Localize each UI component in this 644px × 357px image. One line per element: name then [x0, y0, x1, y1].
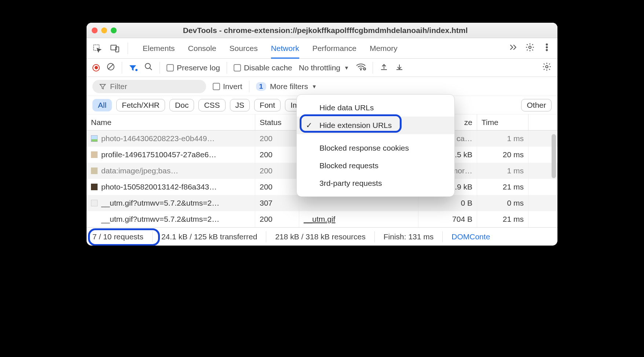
menu-3rd-party-requests[interactable]: 3rd-party requests — [297, 174, 454, 192]
cell-time: 20 ms — [477, 147, 528, 163]
status-finish: Finish: 131 ms — [384, 232, 434, 241]
cell-time: 0 ms — [477, 195, 528, 211]
upload-har-icon[interactable] — [380, 62, 388, 73]
window-title: DevTools - chrome-extension://pejkokffka… — [120, 26, 552, 35]
tab-performance[interactable]: Performance — [312, 38, 356, 58]
tab-sources[interactable]: Sources — [230, 38, 258, 58]
inspect-element-icon[interactable] — [92, 44, 102, 53]
pill-doc[interactable]: Doc — [169, 99, 194, 111]
file-icon — [91, 216, 98, 222]
separator — [128, 43, 128, 54]
preserve-log-label: Preserve log — [177, 63, 220, 72]
check-icon: ✓ — [305, 121, 314, 130]
tab-elements[interactable]: Elements — [143, 38, 175, 58]
pill-font[interactable]: Font — [254, 99, 281, 111]
status-bar: 7 / 10 requests 24.1 kB / 125 kB transfe… — [87, 227, 557, 246]
more-filters-badge: 1 — [256, 82, 267, 91]
menu-blocked-response-cookies[interactable]: Blocked response cookies — [297, 139, 454, 157]
download-har-icon[interactable] — [395, 62, 404, 73]
svg-point-4 — [546, 44, 547, 45]
record-button[interactable] — [92, 64, 100, 71]
cell-name: photo-1505820013142-f86a343… — [87, 179, 255, 195]
preserve-log-checkbox[interactable]: Preserve log — [167, 63, 220, 72]
table-row[interactable]: __utm.gif?utmwv=5.7.2&utms=2… 200 __utm.… — [87, 211, 557, 227]
window-maximize-button[interactable] — [111, 27, 117, 33]
network-settings-icon[interactable] — [542, 62, 552, 73]
pill-all[interactable]: All — [92, 99, 112, 111]
status-domcontent: DOMConte — [451, 232, 490, 241]
devtools-window: DevTools - chrome-extension://pejkokffka… — [87, 23, 557, 246]
cell-time: 21 ms — [477, 211, 528, 227]
cell-type: __utm.gif — [299, 211, 418, 227]
throttling-value: No throttling — [299, 63, 340, 72]
status-resources: 218 kB / 318 kB resources — [275, 232, 365, 241]
cell-name: __utm.gif?utmwv=5.7.2&utms=2… — [87, 195, 255, 211]
filter-active-dot-icon — [135, 69, 138, 71]
invert-checkbox[interactable]: Invert — [213, 82, 242, 91]
request-name: __utm.gif?utmwv=5.7.2&utms=2… — [101, 215, 219, 224]
col-status[interactable]: Status — [255, 114, 299, 130]
network-conditions-icon[interactable] — [356, 62, 366, 73]
status-requests: 7 / 10 requests — [92, 232, 143, 241]
pill-fetch-xhr[interactable]: Fetch/XHR — [116, 99, 165, 111]
cell-status: 200 — [255, 147, 299, 163]
menu-hide-extension-urls[interactable]: ✓ Hide extension URLs — [297, 117, 454, 134]
cell-type — [299, 195, 418, 211]
file-icon — [91, 135, 98, 142]
invert-label: Invert — [223, 82, 242, 91]
file-icon — [91, 184, 98, 190]
separator — [266, 231, 266, 242]
clear-button[interactable] — [106, 62, 115, 73]
cell-status: 307 — [255, 195, 299, 211]
status-transferred: 24.1 kB / 125 kB transferred — [161, 232, 257, 241]
cell-status: 200 — [255, 130, 299, 147]
settings-icon[interactable] — [525, 43, 535, 54]
checkbox-icon — [234, 64, 241, 71]
tab-console[interactable]: Console — [188, 38, 216, 58]
checkbox-icon — [167, 64, 174, 71]
initiator-link[interactable]: __utm.gif — [304, 215, 335, 224]
separator — [227, 62, 227, 74]
caret-down-icon: ▼ — [344, 65, 349, 71]
scrollbar-thumb[interactable] — [552, 134, 556, 178]
cell-status: 200 — [255, 211, 299, 227]
cell-size: 0 B — [418, 195, 477, 211]
more-filters-dropdown[interactable]: 1 More filters ▼ — [256, 82, 317, 91]
tab-memory[interactable]: Memory — [370, 38, 398, 58]
request-name: photo-1505820013142-f86a343… — [101, 183, 217, 191]
table-row[interactable]: __utm.gif?utmwv=5.7.2&utms=2… 307 0 B 0 … — [87, 195, 557, 211]
triangle-down-icon: ▼ — [312, 84, 317, 89]
separator — [373, 62, 373, 74]
funnel-icon — [99, 83, 106, 90]
col-name[interactable]: Name — [87, 114, 255, 130]
tab-network[interactable]: Network — [271, 38, 299, 58]
col-time[interactable]: Time — [477, 114, 528, 130]
svg-line-8 — [108, 64, 113, 69]
throttling-select[interactable]: No throttling ▼ — [299, 63, 349, 72]
more-tabs-icon[interactable] — [508, 43, 518, 54]
device-toggle-icon[interactable] — [110, 44, 120, 53]
window-minimize-button[interactable] — [101, 27, 107, 33]
pill-js[interactable]: JS — [230, 99, 250, 111]
filter-toggle-icon[interactable] — [129, 64, 138, 72]
menu-hide-data-urls[interactable]: Hide data URLs — [297, 99, 454, 117]
svg-point-11 — [361, 69, 362, 70]
file-icon — [91, 151, 98, 158]
main-tabs-row: Elements Console Sources Network Perform… — [87, 38, 557, 59]
file-icon — [91, 200, 98, 206]
disable-cache-checkbox[interactable]: Disable cache — [234, 63, 292, 72]
separator — [374, 231, 375, 242]
filter-input[interactable]: Filter — [92, 80, 206, 93]
separator — [160, 62, 160, 74]
separator — [152, 231, 153, 242]
search-icon[interactable] — [144, 62, 153, 73]
kebab-menu-icon[interactable] — [542, 43, 552, 54]
cell-time: 1 ms — [477, 163, 528, 179]
svg-point-6 — [546, 49, 547, 51]
cell-name: profile-1496175100457-27a8e6… — [87, 147, 255, 163]
window-close-button[interactable] — [92, 27, 98, 33]
checkbox-icon — [213, 83, 220, 90]
pill-css[interactable]: CSS — [198, 99, 225, 111]
menu-blocked-requests[interactable]: Blocked requests — [297, 157, 454, 174]
pill-other[interactable]: Other — [521, 99, 552, 111]
